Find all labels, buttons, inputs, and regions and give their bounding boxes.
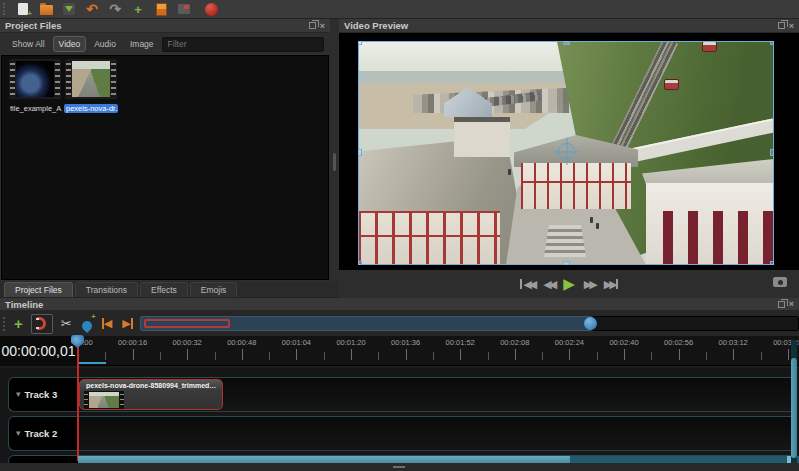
ruler-label: 00:00:32: [173, 338, 202, 347]
play-button[interactable]: ▶: [563, 278, 575, 290]
file-name: file_example_A...: [8, 104, 62, 113]
magnet-icon: [37, 317, 46, 330]
track-row-3[interactable]: ▾ Track 3 pexels-nova-drone-8580994_trim…: [8, 377, 797, 412]
project-files-title: Project Files: [5, 20, 62, 31]
profile-icon: [156, 3, 167, 16]
filter-tab-audio[interactable]: Audio: [88, 36, 122, 52]
scene-person: [596, 223, 599, 229]
toolbar-drag-handle[interactable]: [3, 3, 6, 15]
ruler-tick: [133, 349, 134, 360]
tab-project-files[interactable]: Project Files: [4, 282, 73, 297]
timeline-tracks-area[interactable]: ▾ Track 3 pexels-nova-drone-8580994_trim…: [0, 368, 799, 463]
export-video-button[interactable]: [203, 2, 219, 17]
fullscreen-button[interactable]: [176, 2, 192, 17]
fast-forward-button[interactable]: ▶▶: [584, 278, 595, 290]
resize-grip[interactable]: [393, 466, 405, 468]
import-files-button[interactable]: +: [130, 2, 146, 17]
panel-splitter[interactable]: [330, 19, 339, 281]
add-marker-button[interactable]: +: [80, 314, 94, 334]
filter-input[interactable]: [162, 37, 324, 52]
timeline-vertical-scrollbar[interactable]: [791, 340, 797, 463]
playhead-line: [77, 344, 79, 461]
save-project-button[interactable]: [61, 2, 77, 17]
tab-effects[interactable]: Effects: [140, 282, 188, 297]
previous-marker-button[interactable]: ◀: [100, 314, 114, 334]
ruler-tick: [460, 349, 461, 360]
track-name: Track 3: [25, 389, 58, 400]
rewind-button[interactable]: ◀◀: [543, 278, 554, 290]
ruler-label: 00:01:52: [446, 338, 475, 347]
chevron-down-icon[interactable]: ▾: [16, 429, 21, 438]
undo-button[interactable]: ↶: [84, 2, 100, 17]
close-panel-icon[interactable]: ×: [320, 22, 325, 30]
ruler-tick: [679, 349, 680, 360]
openshot-window: + ↶ ↷ + Project Files: [0, 0, 799, 471]
fast-forward-icon: ▶▶: [584, 278, 595, 290]
timeline-clip[interactable]: pexels-nova-drone-8580994_trimmed_rev...: [79, 379, 223, 410]
file-item[interactable]: file_example_A...: [8, 59, 62, 117]
ruler-tick: [215, 352, 216, 360]
new-project-button[interactable]: +: [15, 2, 31, 17]
dock-tab-bar: Project Files Transitions Effects Emojis: [0, 281, 339, 298]
filter-tab-image[interactable]: Image: [124, 36, 160, 52]
snapping-toggle-button[interactable]: [31, 314, 53, 334]
filter-tab-video[interactable]: Video: [53, 36, 87, 52]
video-stage: [339, 33, 799, 270]
playback-controls: ◀◀ ◀◀ ▶ ▶▶ ▶▶: [339, 270, 799, 298]
ruler-tick: [488, 352, 489, 360]
timeline-ruler[interactable]: 0:0000:00:1600:00:3200:00:4800:01:0400:0…: [0, 336, 799, 366]
tab-transitions[interactable]: Transitions: [75, 282, 138, 297]
import-plus-icon: +: [134, 3, 142, 16]
next-marker-button[interactable]: ▶: [120, 314, 134, 334]
camera-snapshot-icon[interactable]: [773, 277, 787, 287]
vertical-scrollbar-thumb[interactable]: [791, 358, 797, 458]
timeline-horizontal-scrollbar[interactable]: [78, 456, 799, 463]
scene-steps: [544, 225, 586, 257]
redo-button[interactable]: ↷: [107, 2, 123, 17]
tab-emojis[interactable]: Emojis: [190, 282, 238, 297]
open-project-button[interactable]: [38, 2, 54, 17]
float-panel-icon[interactable]: [778, 301, 785, 308]
track-row-2[interactable]: ▾ Track 2: [8, 416, 797, 451]
ruler-label: 00:02:08: [500, 338, 529, 347]
scene-tram-car: [702, 41, 717, 52]
ruler-label: 00:01:36: [391, 338, 420, 347]
file-item[interactable]: pexels-nova-dr...: [64, 59, 118, 117]
save-icon: [63, 3, 75, 15]
jump-to-end-button[interactable]: ▶▶: [604, 278, 619, 290]
zoom-slider-track-empty[interactable]: [592, 316, 799, 331]
clip-name: pexels-nova-drone-8580994_trimmed_rev...: [80, 380, 222, 389]
choose-profile-button[interactable]: [153, 2, 169, 17]
add-track-button[interactable]: +: [12, 314, 25, 334]
track-header[interactable]: ▾ Track 3: [9, 378, 79, 411]
track-name: Track 2: [25, 428, 58, 439]
timeline-zoom-slider[interactable]: [140, 316, 799, 331]
razor-tool-button[interactable]: ✂: [59, 314, 74, 334]
ruler-tick: [597, 352, 598, 360]
timeline-panel: Timeline × + ✂ + ◀: [0, 298, 799, 463]
ruler-tick: [160, 352, 161, 360]
current-time-display: 00:00:00,01: [0, 336, 78, 366]
video-thumbnail-earth: [16, 61, 54, 97]
scene-person: [590, 217, 593, 223]
project-files-list[interactable]: file_example_A... pexels-nova-dr...: [1, 55, 329, 280]
filter-tab-show-all[interactable]: Show All: [6, 36, 51, 52]
horizontal-scrollbar-thumb[interactable]: [78, 456, 570, 463]
ruler-label: 00:01:04: [282, 338, 311, 347]
track-header[interactable]: ▾ Track 1: [9, 456, 79, 463]
chevron-down-icon[interactable]: ▾: [16, 390, 21, 399]
ruler-tick: [433, 352, 434, 360]
track-header[interactable]: ▾ Track 2: [9, 417, 79, 450]
video-frame[interactable]: [358, 41, 774, 265]
float-panel-icon[interactable]: [778, 22, 785, 29]
scissors-icon: ✂: [61, 316, 72, 331]
close-panel-icon[interactable]: ×: [789, 22, 794, 30]
ruler-tick: [515, 349, 516, 360]
float-panel-icon[interactable]: [309, 22, 316, 29]
timeline-toolbar-handle[interactable]: [3, 317, 6, 331]
close-panel-icon[interactable]: ×: [789, 300, 794, 308]
zoom-slider-handle[interactable]: [584, 317, 597, 330]
ruler-tick: [651, 352, 652, 360]
clip-thumbnail: [84, 391, 124, 409]
jump-to-start-button[interactable]: ◀◀: [519, 278, 534, 290]
